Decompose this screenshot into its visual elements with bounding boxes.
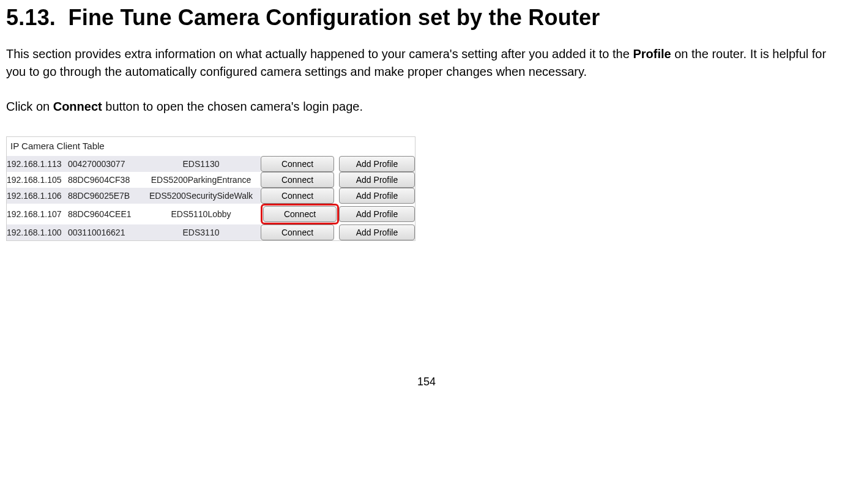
add-profile-button[interactable]: Add Profile	[339, 188, 415, 204]
table-row: 192.168.1.10688DC96025E7BEDS5200Security…	[7, 188, 415, 204]
cell-ip: 192.168.1.106	[7, 188, 68, 204]
table-row: 192.168.1.100003110016621EDS3110ConnectA…	[7, 224, 415, 240]
table-row: 192.168.1.10788DC9604CEE1EDS5110LobbyCon…	[7, 204, 415, 224]
instruction-paragraph: Click on Connect button to open the chos…	[6, 98, 847, 116]
add-profile-button[interactable]: Add Profile	[339, 206, 415, 222]
cell-ip: 192.168.1.113	[7, 156, 68, 172]
cell-ip: 192.168.1.105	[7, 172, 68, 188]
cell-camera-name: EDS5200SecuritySideWalk	[141, 188, 261, 204]
page-number: 154	[6, 376, 847, 388]
connect-button[interactable]: Connect	[261, 188, 334, 204]
table-title: IP Camera Client Table	[7, 137, 415, 156]
section-heading: 5.13. Fine Tune Camera Configuration set…	[6, 5, 847, 31]
add-profile-button[interactable]: Add Profile	[339, 156, 415, 172]
cell-camera-name: EDS3110	[141, 224, 261, 240]
section-title-text: Fine Tune Camera Configuration set by th…	[68, 5, 600, 30]
ip-camera-client-table: IP Camera Client Table 192.168.1.1130042…	[6, 136, 415, 241]
cell-camera-name: EDS5110Lobby	[141, 204, 261, 224]
cell-mac: 88DC9604CF38	[68, 172, 141, 188]
connect-button[interactable]: Connect	[261, 156, 334, 172]
cell-mac: 88DC96025E7B	[68, 188, 141, 204]
cell-ip: 192.168.1.100	[7, 224, 68, 240]
cell-mac: 004270003077	[68, 156, 141, 172]
cell-ip: 192.168.1.107	[7, 204, 68, 224]
connect-button[interactable]: Connect	[261, 172, 334, 188]
intro-paragraph: This section provides extra information …	[6, 45, 847, 81]
connect-button[interactable]: Connect	[261, 224, 334, 240]
add-profile-button[interactable]: Add Profile	[339, 224, 415, 240]
highlight-ring: Connect	[261, 204, 339, 224]
section-number: 5.13.	[6, 5, 56, 30]
table-row: 192.168.1.10588DC9604CF38EDS5200ParkingE…	[7, 172, 415, 188]
connect-button[interactable]: Connect	[263, 206, 337, 222]
table-row: 192.168.1.113004270003077EDS1130ConnectA…	[7, 156, 415, 172]
cell-camera-name: EDS1130	[141, 156, 261, 172]
cell-mac: 003110016621	[68, 224, 141, 240]
add-profile-button[interactable]: Add Profile	[339, 172, 415, 188]
cell-camera-name: EDS5200ParkingEntrance	[141, 172, 261, 188]
cell-mac: 88DC9604CEE1	[68, 204, 141, 224]
